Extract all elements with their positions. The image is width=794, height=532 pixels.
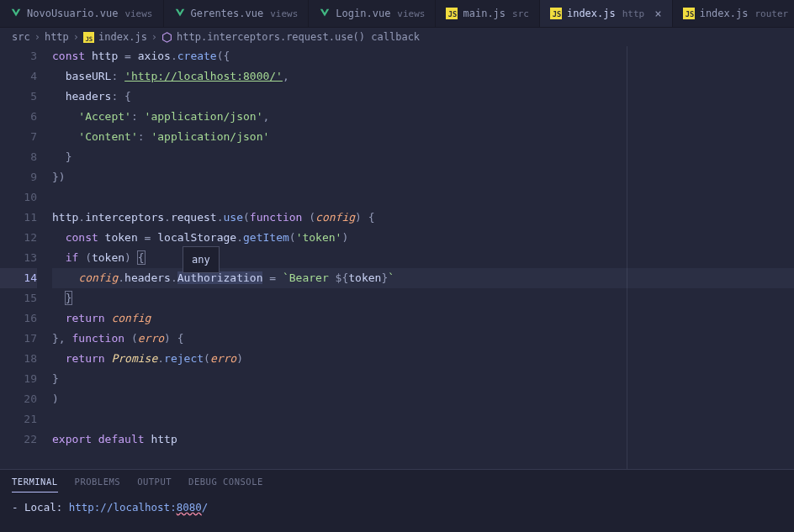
code-content[interactable]: const http = axios.create({ baseURL: 'ht… — [52, 46, 794, 469]
method-icon — [161, 32, 172, 43]
tab-subtype: views — [124, 8, 152, 19]
breadcrumb-part[interactable]: http — [45, 31, 69, 43]
chevron-right-icon: › — [34, 31, 40, 43]
terminal-tab-problems[interactable]: PROBLEMS — [75, 477, 121, 492]
breadcrumb[interactable]: src › http › JS index.js › http.intercep… — [0, 28, 794, 46]
terminal-panel: TERMINAL PROBLEMS OUTPUT DEBUG CONSOLE -… — [0, 469, 794, 532]
svg-text:JS: JS — [685, 10, 694, 18]
editor-tabs: NovoUsuario.vue views Gerentes.vue views… — [0, 0, 794, 28]
breadcrumb-part[interactable]: index.js — [98, 31, 147, 43]
tab-subtype: views — [270, 8, 298, 19]
js-icon: JS — [446, 8, 458, 19]
tab-subtype: http — [622, 8, 645, 19]
breadcrumb-part[interactable]: src — [12, 31, 30, 43]
svg-text:JS: JS — [448, 10, 458, 18]
tab-label: main.js — [463, 8, 506, 19]
tab-label: NovoUsuario.vue — [27, 8, 118, 19]
chevron-right-icon: › — [151, 31, 157, 43]
tab-label: index.js — [700, 8, 749, 19]
js-icon: JS — [83, 32, 94, 43]
tab-subtype: src — [512, 8, 529, 19]
vue-icon — [10, 8, 22, 19]
terminal-tab-debug[interactable]: DEBUG CONSOLE — [188, 477, 263, 492]
code-editor[interactable]: 345678910111213141516171819202122 const … — [0, 46, 794, 469]
tab-novousuario[interactable]: NovoUsuario.vue views — [0, 0, 164, 27]
tab-label: index.js — [567, 8, 616, 19]
terminal-tabs: TERMINAL PROBLEMS OUTPUT DEBUG CONSOLE — [12, 477, 782, 492]
js-icon: JS — [550, 8, 562, 19]
terminal-output[interactable]: - Local: http://localhost:8080/ — [12, 501, 782, 514]
vue-icon — [174, 8, 186, 19]
type-hint-tooltip: any — [183, 246, 220, 273]
tab-subtype: views — [397, 8, 425, 19]
chevron-right-icon: › — [73, 31, 79, 43]
terminal-tab-terminal[interactable]: TERMINAL — [12, 477, 58, 492]
vue-icon — [319, 8, 331, 19]
terminal-tab-output[interactable]: OUTPUT — [137, 477, 172, 492]
tab-login[interactable]: Login.vue views — [309, 0, 436, 27]
tab-main-js[interactable]: JS main.js src — [436, 0, 539, 27]
tab-gerentes[interactable]: Gerentes.vue views — [164, 0, 310, 27]
tab-subtype: router — [754, 8, 788, 19]
svg-text:JS: JS — [553, 10, 562, 18]
line-gutter: 345678910111213141516171819202122 — [0, 46, 52, 469]
breadcrumb-part[interactable]: http.interceptors.request.use() callback — [177, 31, 420, 43]
tab-index-js-router[interactable]: JS index.js router — [673, 0, 794, 27]
tab-index-js-http[interactable]: JS index.js http × — [540, 0, 673, 27]
js-icon: JS — [683, 8, 695, 19]
svg-text:JS: JS — [86, 34, 93, 42]
tab-label: Login.vue — [336, 8, 390, 19]
tab-label: Gerentes.vue — [191, 8, 264, 19]
close-icon[interactable]: × — [654, 7, 661, 20]
